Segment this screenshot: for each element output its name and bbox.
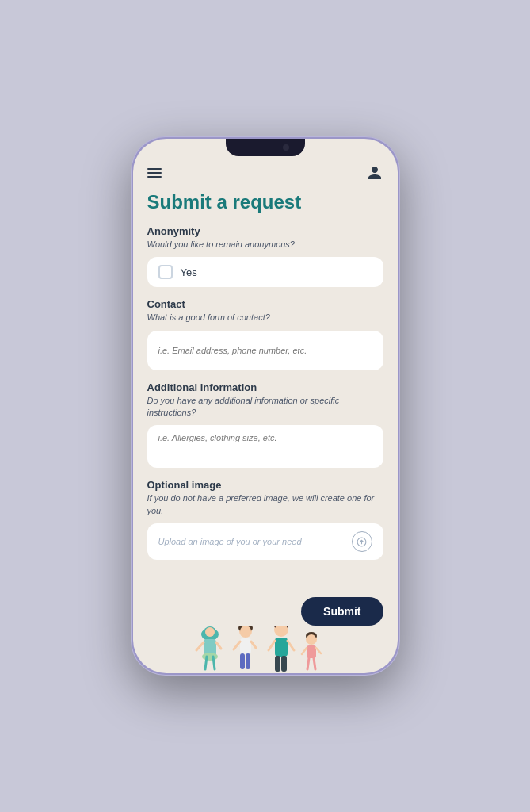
svg-line-24 <box>288 641 294 650</box>
svg-line-34 <box>314 658 315 669</box>
anonymity-checkbox-label: Yes <box>181 266 197 278</box>
anonymity-subtitle: Would you like to remain anonymous? <box>147 239 383 251</box>
svg-rect-14 <box>240 638 251 654</box>
phone-notch <box>226 139 305 156</box>
family-illustration <box>186 626 345 673</box>
svg-line-15 <box>234 642 240 649</box>
upload-button[interactable] <box>352 531 372 552</box>
top-nav <box>133 161 398 188</box>
additional-card <box>147 425 383 468</box>
svg-rect-26 <box>281 656 287 672</box>
contact-input[interactable] <box>158 339 372 362</box>
hamburger-line-1 <box>147 168 162 170</box>
svg-line-10 <box>213 657 215 669</box>
anonymity-card: Yes <box>147 257 383 287</box>
svg-line-9 <box>205 657 207 669</box>
image-title: Optional image <box>147 479 383 491</box>
contact-title: Contact <box>147 298 383 310</box>
page-title: Submit a request <box>147 191 383 214</box>
anonymity-title: Anonymity <box>147 225 383 237</box>
svg-line-32 <box>316 648 321 653</box>
svg-rect-30 <box>307 645 316 658</box>
upload-arrow-icon <box>357 537 367 547</box>
additional-subtitle: Do you have any additional information o… <box>147 395 383 419</box>
illustration-area <box>133 626 398 673</box>
user-icon <box>367 165 383 181</box>
svg-line-8 <box>216 642 221 649</box>
additional-input[interactable] <box>158 433 372 457</box>
hamburger-line-3 <box>147 176 162 178</box>
hamburger-menu-button[interactable] <box>147 168 162 178</box>
svg-line-16 <box>251 642 256 648</box>
anonymity-checkbox[interactable] <box>158 265 173 279</box>
contact-section: Contact What is a good form of contact? <box>147 298 383 370</box>
svg-rect-25 <box>275 656 280 672</box>
phone-screen: Submit a request Anonymity Would you lik… <box>133 139 398 673</box>
svg-rect-17 <box>240 653 245 669</box>
submit-row: Submit <box>133 591 398 626</box>
contact-card <box>147 331 383 370</box>
anonymity-section: Anonymity Would you like to remain anony… <box>147 225 383 287</box>
upload-placeholder-text: Upload an image of you or your need <box>158 537 302 546</box>
svg-rect-22 <box>275 638 288 657</box>
svg-line-31 <box>302 648 307 654</box>
svg-line-23 <box>269 641 275 650</box>
anonymity-checkbox-row: Yes <box>158 265 372 279</box>
svg-point-4 <box>205 627 215 637</box>
form-content: Submit a request Anonymity Would you lik… <box>133 188 398 591</box>
image-section: Optional image If you do not have a pref… <box>147 479 383 560</box>
svg-point-6 <box>202 653 218 661</box>
image-card: Upload an image of you or your need <box>147 523 383 560</box>
hamburger-line-2 <box>147 172 162 174</box>
phone-frame: Submit a request Anonymity Would you lik… <box>131 136 400 676</box>
camera <box>283 144 289 151</box>
upload-row: Upload an image of you or your need <box>158 531 372 552</box>
svg-rect-18 <box>246 653 250 669</box>
svg-line-7 <box>196 642 204 650</box>
image-subtitle: If you do not have a preferred image, we… <box>147 492 383 517</box>
svg-point-29 <box>307 634 316 644</box>
submit-button[interactable]: Submit <box>301 597 383 626</box>
additional-title: Additional information <box>147 381 383 393</box>
svg-line-33 <box>307 658 309 669</box>
additional-section: Additional information Do you have any a… <box>147 381 383 469</box>
svg-point-13 <box>240 626 251 637</box>
user-profile-button[interactable] <box>366 164 383 182</box>
contact-subtitle: What is a good form of contact? <box>147 312 383 324</box>
